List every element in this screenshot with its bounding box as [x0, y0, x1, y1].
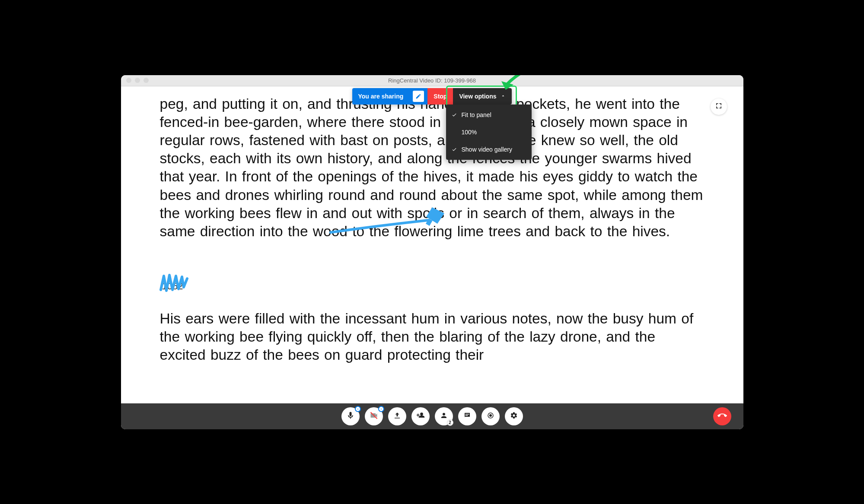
titlebar: RingCentral Video ID: 109-399-968	[121, 75, 743, 86]
svg-point-3	[489, 414, 492, 417]
sharing-status-label: You are sharing	[352, 88, 410, 105]
chevron-up-icon	[501, 93, 506, 100]
camera-off-icon	[370, 411, 378, 422]
record-icon	[487, 412, 494, 421]
document-text: peg, and putting it on, and thrusting hi…	[121, 86, 743, 365]
participants-count-badge: 2	[447, 419, 453, 426]
settings-button[interactable]	[505, 407, 523, 425]
microphone-icon	[346, 411, 355, 422]
gear-icon	[510, 412, 518, 421]
expand-icon	[715, 102, 723, 111]
minimize-window-button[interactable]	[135, 78, 140, 83]
chevron-badge[interactable]	[378, 406, 384, 412]
stop-sharing-button[interactable]: Stop	[427, 88, 453, 105]
add-person-icon	[416, 411, 425, 422]
check-icon	[451, 112, 457, 117]
sharing-toolbar: You are sharing Stop View options	[352, 88, 512, 105]
annotate-button[interactable]	[409, 88, 427, 105]
toolbar-center-group: 2	[341, 407, 523, 425]
camera-button[interactable]	[365, 407, 383, 425]
page-number: 1052	[162, 280, 183, 292]
check-icon	[451, 147, 457, 152]
record-button[interactable]	[481, 407, 500, 425]
document-paragraph: His ears were filled with the incessant …	[160, 310, 705, 365]
view-options-menu: Fit to panel 100% Show video gallery	[446, 105, 532, 160]
leave-call-button[interactable]	[713, 407, 731, 425]
share-icon	[393, 412, 401, 421]
zoom-window-button[interactable]	[143, 78, 149, 83]
app-window: RingCentral Video ID: 109-399-968 peg, a…	[121, 75, 743, 429]
view-options-label: View options	[459, 93, 496, 100]
shared-screen-area: peg, and putting it on, and thrusting hi…	[121, 86, 743, 403]
menu-item-show-video-gallery[interactable]: Show video gallery	[446, 141, 532, 158]
window-controls	[126, 78, 149, 83]
chat-button[interactable]	[458, 407, 476, 425]
share-button[interactable]	[388, 407, 406, 425]
pencil-icon	[413, 91, 424, 102]
chevron-badge[interactable]	[355, 406, 361, 412]
mute-button[interactable]	[341, 407, 360, 425]
participants-button[interactable]: 2	[435, 407, 453, 425]
invite-button[interactable]	[411, 407, 430, 425]
menu-item-fit-to-panel[interactable]: Fit to panel	[446, 106, 532, 124]
fullscreen-button[interactable]	[711, 98, 727, 115]
menu-item-100-percent[interactable]: 100%	[446, 124, 532, 141]
phone-hangup-icon	[717, 411, 727, 422]
document-paragraph: peg, and putting it on, and thrusting hi…	[160, 95, 705, 241]
person-icon	[440, 412, 448, 421]
view-options-button[interactable]: View options	[453, 88, 512, 105]
close-window-button[interactable]	[126, 78, 131, 83]
chat-icon	[463, 412, 471, 421]
window-title: RingCentral Video ID: 109-399-968	[121, 77, 743, 84]
meeting-toolbar: 2	[121, 403, 743, 429]
